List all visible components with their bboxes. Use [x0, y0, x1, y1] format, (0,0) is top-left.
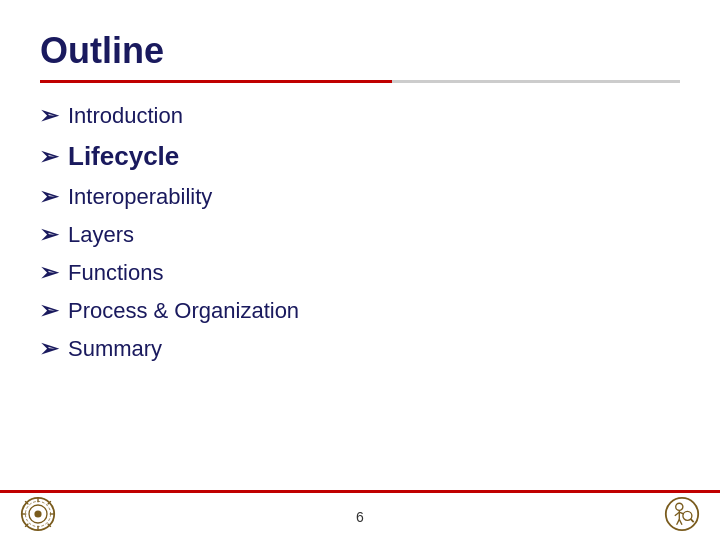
- title-divider: [40, 80, 680, 83]
- right-logo-icon: [664, 496, 700, 532]
- left-logo-icon: [20, 496, 56, 532]
- outline-item: ➢Functions: [40, 260, 680, 286]
- page-number: 6: [356, 509, 364, 525]
- footer: 6: [0, 490, 720, 540]
- svg-line-19: [691, 519, 694, 522]
- arrow-icon: ➢: [40, 184, 58, 210]
- svg-line-16: [677, 519, 680, 524]
- outline-item-label: Functions: [68, 260, 163, 286]
- outline-item: ➢Process & Organization: [40, 298, 680, 324]
- arrow-icon: ➢: [40, 103, 58, 129]
- outline-item: ➢Summary: [40, 336, 680, 362]
- svg-point-13: [676, 503, 683, 510]
- outline-item-label: Summary: [68, 336, 162, 362]
- svg-point-10: [34, 510, 41, 517]
- slide-container: Outline ➢Introduction➢Lifecycle➢Interope…: [0, 0, 720, 540]
- arrow-icon: ➢: [40, 298, 58, 324]
- outline-item-label: Interoperability: [68, 184, 212, 210]
- outline-item: ➢Interoperability: [40, 184, 680, 210]
- arrow-icon: ➢: [40, 336, 58, 362]
- arrow-icon: ➢: [40, 260, 58, 286]
- outline-item-label: Process & Organization: [68, 298, 299, 324]
- outline-item-label: Introduction: [68, 103, 183, 129]
- outline-item-label: Lifecycle: [68, 141, 179, 172]
- outline-list: ➢Introduction➢Lifecycle➢Interoperability…: [40, 103, 680, 362]
- outline-item: ➢Layers: [40, 222, 680, 248]
- outline-item-label: Layers: [68, 222, 134, 248]
- arrow-icon: ➢: [40, 144, 58, 170]
- outline-item: ➢Introduction: [40, 103, 680, 129]
- slide-title: Outline: [40, 30, 680, 72]
- svg-line-17: [679, 519, 682, 524]
- outline-item: ➢Lifecycle: [40, 141, 680, 172]
- arrow-icon: ➢: [40, 222, 58, 248]
